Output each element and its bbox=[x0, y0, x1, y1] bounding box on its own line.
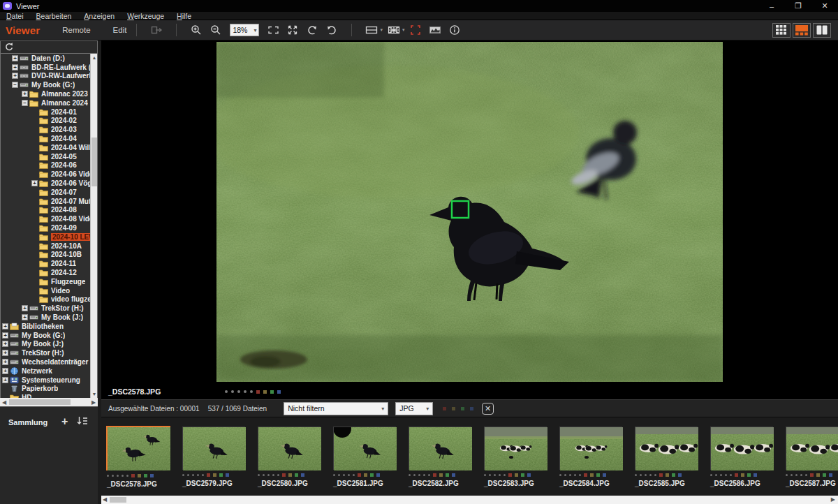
tree-horizontal-scrollbar[interactable]: ◀ ▶ bbox=[0, 398, 98, 406]
thumbnail-cell[interactable]: _DSC2578.JPG bbox=[107, 417, 170, 496]
rating-label-dots[interactable] bbox=[710, 473, 773, 477]
label-filter-dots[interactable] bbox=[443, 407, 473, 410]
tree-item[interactable]: Papierkorb bbox=[1, 384, 97, 393]
rating-label-dots[interactable] bbox=[786, 473, 838, 477]
thumbnail-image[interactable] bbox=[484, 427, 547, 470]
tree-item[interactable]: +Systemsteuerung bbox=[1, 376, 97, 385]
tree-item[interactable]: +TrekStor (H:) bbox=[1, 304, 97, 313]
tree-item[interactable]: 2024-10B bbox=[1, 251, 97, 260]
expand-icon[interactable]: + bbox=[2, 377, 8, 383]
filmstrip-view-button[interactable] bbox=[793, 23, 811, 38]
thumbnail-image[interactable] bbox=[786, 427, 838, 470]
rating-label-dots[interactable] bbox=[409, 473, 471, 477]
expand-icon[interactable]: + bbox=[12, 64, 18, 71]
sort-icon[interactable] bbox=[77, 416, 88, 429]
tree-item[interactable]: 2024-10 LEW bbox=[1, 232, 97, 242]
expand-icon[interactable]: + bbox=[12, 55, 18, 61]
thumbnail-image[interactable] bbox=[635, 427, 698, 470]
tree-item[interactable]: 2024-07 Mutter bbox=[1, 197, 97, 206]
tree-item[interactable]: +My Book (G:) bbox=[1, 331, 97, 340]
expand-icon[interactable]: + bbox=[22, 305, 28, 311]
tree-item[interactable]: 2024-01 bbox=[1, 108, 97, 117]
export-icon[interactable] bbox=[148, 22, 165, 38]
tree-item[interactable]: −My Book (G:) bbox=[1, 80, 97, 89]
scroll-left-icon[interactable]: ◀ bbox=[103, 496, 107, 504]
rating-label-dots[interactable] bbox=[258, 473, 321, 477]
tree-item[interactable]: −Almanac 2024 bbox=[1, 98, 97, 108]
menu-anzeigen[interactable]: Anzeigen bbox=[78, 12, 121, 20]
main-photo[interactable] bbox=[216, 42, 723, 382]
close-button[interactable]: ✕ bbox=[811, 0, 838, 12]
rating-label-dots[interactable] bbox=[225, 390, 281, 394]
scroll-right-icon[interactable]: ▶ bbox=[89, 399, 98, 406]
zoom-out-icon[interactable] bbox=[207, 22, 224, 38]
fit-to-screen-icon[interactable] bbox=[265, 22, 281, 38]
tree-item[interactable]: Video bbox=[1, 286, 97, 295]
tree-vertical-scrollbar[interactable]: ▲ ▼ bbox=[90, 54, 97, 398]
scroll-left-icon[interactable]: ◀ bbox=[0, 399, 8, 406]
expand-icon[interactable]: + bbox=[2, 332, 8, 339]
filter-dropdown[interactable]: Nicht filtern▾ bbox=[284, 402, 388, 415]
rating-label-dots[interactable] bbox=[107, 474, 170, 477]
thumbnail-image[interactable] bbox=[333, 427, 396, 470]
filmstrip-scrollbar[interactable]: ◀ ▶ bbox=[101, 496, 838, 504]
add-collection-icon[interactable]: + bbox=[61, 415, 68, 428]
menu-werkzeuge[interactable]: Werkzeuge bbox=[121, 12, 170, 20]
thumbnail-cell[interactable]: _DSC2579.JPG bbox=[182, 417, 245, 496]
refresh-icon[interactable] bbox=[4, 41, 13, 54]
tree-item[interactable]: 2024-03 bbox=[1, 125, 97, 134]
histogram-icon[interactable] bbox=[427, 22, 443, 38]
clear-filter-button[interactable]: ✕ bbox=[482, 403, 494, 415]
tree-item[interactable]: 2024-10A bbox=[1, 242, 97, 251]
expand-icon[interactable]: + bbox=[2, 368, 8, 374]
rotate-right-icon[interactable] bbox=[323, 22, 340, 38]
focus-point-icon[interactable] bbox=[407, 22, 424, 38]
collapse-icon[interactable]: − bbox=[12, 82, 18, 88]
thumbnail-cell[interactable]: _DSC2586.JPG bbox=[710, 417, 773, 496]
tree-item[interactable]: 2024-08 bbox=[1, 206, 97, 215]
thumbnail-image[interactable] bbox=[409, 427, 471, 470]
tree-item[interactable]: 2024-11 bbox=[1, 259, 97, 268]
rating-label-dots[interactable] bbox=[635, 473, 698, 477]
tree-item[interactable]: HD bbox=[1, 393, 97, 398]
expand-icon[interactable]: + bbox=[22, 314, 28, 320]
zoom-in-icon[interactable] bbox=[188, 22, 205, 38]
menu-bearbeiten[interactable]: Bearbeiten bbox=[30, 12, 78, 20]
thumbnail-cell[interactable]: _DSC2584.JPG bbox=[559, 417, 622, 496]
rating-label-dots[interactable] bbox=[559, 473, 622, 477]
tree-item[interactable]: +Almanac 2023 bbox=[1, 89, 97, 98]
actual-size-icon[interactable] bbox=[284, 22, 301, 38]
scroll-down-icon[interactable]: ▼ bbox=[91, 390, 98, 398]
menu-hilfe[interactable]: Hilfe bbox=[170, 12, 198, 20]
info-icon[interactable] bbox=[446, 22, 463, 38]
tab-remote[interactable]: Remote bbox=[62, 26, 90, 34]
tree-item[interactable]: +My Book (J:) bbox=[1, 340, 97, 349]
restore-button[interactable]: ❐ bbox=[785, 0, 811, 12]
tree-item[interactable]: 2024-04 bbox=[1, 134, 97, 143]
expand-icon[interactable]: + bbox=[2, 323, 8, 329]
tree-item[interactable]: 2024-05 bbox=[1, 152, 97, 161]
thumbnail-cell[interactable]: _DSC2587.JPG bbox=[786, 417, 838, 496]
scroll-up-icon[interactable]: ▲ bbox=[91, 54, 98, 61]
tree-item[interactable]: +Netzwerk bbox=[1, 366, 97, 376]
rotate-left-icon[interactable] bbox=[304, 22, 321, 38]
thumbnail-cell[interactable]: _DSC2581.JPG bbox=[333, 417, 396, 496]
thumbnail-image[interactable] bbox=[106, 426, 170, 470]
tree-item[interactable]: Flugzeuge bbox=[1, 277, 97, 286]
thumbnail-cell[interactable]: _DSC2582.JPG bbox=[409, 417, 471, 496]
tree-item[interactable]: +My Book (J:) bbox=[1, 313, 97, 322]
tree-item[interactable]: +Wechseldatenträger (L:) bbox=[1, 357, 97, 366]
zoom-level-select[interactable]: 18%▾ bbox=[230, 24, 259, 36]
expand-icon[interactable]: + bbox=[22, 91, 28, 97]
scroll-right-icon[interactable]: ▶ bbox=[831, 496, 835, 504]
tree-item[interactable]: +DVD-RW-Laufwerk (F:) bbox=[1, 72, 97, 81]
expand-icon[interactable]: + bbox=[2, 350, 8, 356]
compare-dropdown-icon[interactable]: ▾ bbox=[402, 27, 405, 33]
thumbnail-cell[interactable]: _DSC2580.JPG bbox=[258, 417, 321, 496]
tree-item[interactable]: 2024-08 Video bbox=[1, 214, 97, 223]
tree-item[interactable]: +BD-RE-Laufwerk (E:) bbox=[1, 63, 97, 72]
tab-edit[interactable]: Edit bbox=[113, 26, 127, 34]
tree-item[interactable]: 2024-06 bbox=[1, 161, 97, 170]
tree-item[interactable]: +Daten (D:) bbox=[1, 54, 97, 63]
grid-overlay-icon[interactable] bbox=[363, 22, 380, 38]
